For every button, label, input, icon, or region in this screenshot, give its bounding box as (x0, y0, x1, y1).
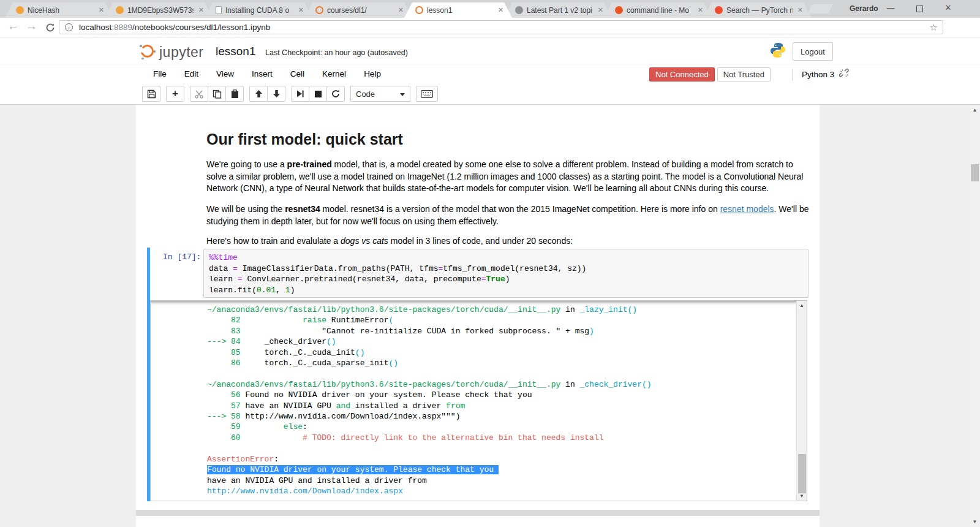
profile-name[interactable]: Gerardo (850, 4, 878, 13)
move-cell-up-button[interactable] (249, 86, 268, 102)
scroll-down-icon[interactable]: ▼ (970, 519, 980, 525)
url-input[interactable]: i localhost:8889/notebooks/courses/dl1/l… (59, 20, 943, 34)
cut-cell-button[interactable] (190, 86, 208, 102)
scroll-up-icon[interactable]: ▲ (970, 107, 980, 113)
markdown-paragraph: We will be using the resnet34 model. res… (206, 203, 813, 227)
tab-title: Search — PyTorch m (726, 6, 793, 15)
output-scroll-area[interactable]: ~/anaconda3/envs/fastai/lib/python3.6/si… (150, 300, 807, 501)
notebook-page: Our first model: quick start We're going… (136, 105, 820, 527)
markdown-heading: Our first model: quick start (206, 131, 403, 148)
command-palette-button[interactable] (416, 86, 438, 102)
tab-title: Latest Part 1 v2 topi (527, 6, 593, 15)
tab-title: 1MD9EbpsS3W573s (127, 6, 194, 15)
smiley-icon (16, 6, 24, 14)
paste-cell-button[interactable] (225, 86, 244, 102)
copy-cell-button[interactable] (208, 86, 226, 102)
smiley-icon (116, 6, 124, 14)
askubuntu-icon (615, 6, 623, 14)
notebook-toolbar: + (0, 84, 980, 105)
jupyter-planet-icon (139, 43, 156, 59)
divider (793, 69, 793, 81)
resnet-models-link[interactable]: resnet models (720, 204, 774, 214)
close-window-button[interactable]: ✕ (940, 3, 956, 12)
cell-separator (136, 510, 820, 516)
not-connected-badge: Not Connected (649, 67, 715, 82)
jupyter-icon (415, 6, 423, 14)
jupyter-icon (315, 6, 323, 14)
menu-edit[interactable]: Edit (184, 69, 198, 78)
insert-cell-button[interactable]: + (166, 86, 184, 102)
browser-tab[interactable]: 1MD9EbpsS3W573s ✕ (105, 2, 213, 18)
jupyter-header: jupyter lesson1 Last Checkpoint: an hour… (0, 37, 980, 64)
scrollbar-thumb[interactable] (971, 164, 979, 181)
menu-kernel[interactable]: Kernel (322, 69, 346, 78)
browser-tab[interactable]: courses/dl1/ ✕ (304, 2, 412, 18)
logout-button[interactable]: Logout (793, 42, 833, 61)
back-icon[interactable]: ← (7, 20, 19, 33)
minimize-button[interactable]: — (883, 3, 899, 12)
menu-view[interactable]: View (216, 69, 234, 78)
code-editor[interactable]: %%timedata = ImageClassifierData.from_pa… (203, 249, 809, 298)
maximize-button[interactable] (911, 5, 927, 14)
document-icon (216, 6, 222, 14)
browser-tab-active[interactable]: lesson1 ✕ (404, 2, 512, 18)
close-icon[interactable]: ✕ (796, 6, 804, 14)
reload-icon[interactable] (45, 23, 55, 35)
tab-title: command line - Mo (627, 6, 693, 15)
save-button[interactable] (142, 86, 160, 102)
url-text: localhost:8889/notebooks/courses/dl1/les… (79, 23, 270, 32)
jupyter-logo-text: jupyter (159, 45, 204, 59)
interrupt-kernel-button[interactable] (309, 86, 327, 102)
jupyter-logo[interactable]: jupyter (139, 43, 204, 59)
maximize-icon (916, 6, 923, 12)
tab-title: Installing CUDA 8 o (225, 6, 293, 15)
cell-type-value: Code (356, 89, 375, 99)
tab-title: lesson1 (427, 6, 493, 15)
close-icon[interactable]: ✕ (497, 6, 505, 14)
bookmark-star-icon[interactable]: ☆ (930, 22, 938, 33)
scroll-down-icon[interactable]: ▼ (797, 493, 807, 499)
stop-icon (315, 91, 322, 97)
restart-kernel-button[interactable] (326, 86, 345, 102)
page-scrollbar[interactable]: ▲ ▼ (970, 105, 980, 527)
browser-tab[interactable]: Latest Part 1 v2 topi ✕ (504, 2, 612, 18)
not-trusted-button[interactable]: Not Trusted (717, 67, 771, 82)
browser-tab[interactable]: command line - Mo ✕ (604, 2, 712, 18)
markdown-paragraph: We're going to use a pre-trained model, … (206, 159, 813, 195)
kernel-disconnected-icon (839, 68, 850, 81)
menu-file[interactable]: File (153, 69, 167, 78)
tab-title: courses/dl1/ (327, 6, 393, 15)
menu-help[interactable]: Help (364, 69, 381, 78)
browser-tab[interactable]: Installing CUDA 8 o ✕ (205, 2, 312, 18)
kernel-name: Python 3 (802, 70, 834, 79)
forward-icon[interactable]: → (26, 20, 37, 33)
input-prompt: In [17]: (163, 252, 201, 262)
checkpoint-status: Last Checkpoint: an hour ago (autosaved) (265, 48, 408, 57)
traceback-output: ~/anaconda3/envs/fastai/lib/python3.6/si… (207, 305, 794, 496)
python-logo-icon (769, 42, 786, 61)
chevron-down-icon (400, 93, 405, 96)
browser-tab[interactable]: NiceHash ✕ (5, 2, 113, 18)
cell-type-select[interactable]: Code (350, 86, 410, 102)
notebook-title[interactable]: lesson1 (216, 45, 256, 58)
browser-titlebar: NiceHash ✕ 1MD9EbpsS3W573s ✕ Installing … (0, 0, 980, 18)
info-icon[interactable]: i (65, 23, 73, 31)
menu-cell[interactable]: Cell (290, 69, 304, 78)
run-cell-button[interactable] (291, 86, 309, 102)
scroll-up-icon[interactable]: ▲ (797, 303, 807, 308)
move-cell-down-button[interactable] (267, 86, 285, 102)
menu-insert[interactable]: Insert (252, 69, 273, 78)
pytorch-icon (715, 6, 723, 14)
output-scrollbar[interactable]: ▲ ▼ (796, 301, 807, 501)
discourse-icon (515, 6, 523, 14)
scrollbar-thumb[interactable] (798, 454, 806, 493)
notebook-menubar: File Edit View Insert Cell Kernel Help N… (0, 64, 980, 84)
tab-title: NiceHash (28, 6, 94, 15)
browser-toolbar: ← → i localhost:8889/notebooks/courses/d… (0, 18, 980, 37)
browser-tab[interactable]: Search — PyTorch m ✕ (704, 2, 812, 18)
markdown-paragraph: Here's how to train and evalulate a dogs… (206, 235, 813, 248)
